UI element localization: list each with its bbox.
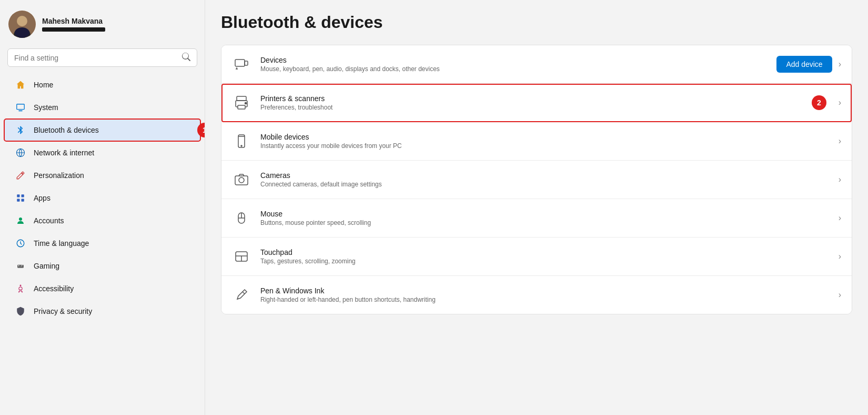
printers-icon <box>232 93 251 112</box>
setting-action-touchpad: › <box>839 252 841 261</box>
setting-title-pen: Pen & Windows Ink <box>260 286 829 295</box>
setting-action-devices: Add device › <box>776 56 841 73</box>
setting-title-touchpad: Touchpad <box>260 248 829 256</box>
sidebar-item-gaming[interactable]: Gaming <box>4 255 200 277</box>
sidebar-item-label-bluetooth: Bluetooth & devices <box>34 126 99 134</box>
sidebar-item-home[interactable]: Home <box>4 74 200 96</box>
setting-desc-mobile: Instantly access your mobile devices fro… <box>260 142 829 150</box>
nav-item-wrapper-gaming: Gaming <box>0 255 205 277</box>
setting-item-pen[interactable]: Pen & Windows Ink Right-handed or left-h… <box>221 276 852 314</box>
svg-point-26 <box>239 177 244 183</box>
sidebar-item-network[interactable]: Network & internet <box>4 142 200 164</box>
chevron-icon-pen: › <box>839 290 841 300</box>
svg-rect-7 <box>17 194 19 197</box>
svg-rect-15 <box>245 61 248 65</box>
setting-item-mobile[interactable]: Mobile devices Instantly access your mob… <box>221 122 852 161</box>
setting-item-mouse[interactable]: Mouse Buttons, mouse pointer speed, scro… <box>221 199 852 238</box>
search-box[interactable] <box>7 48 197 67</box>
main-content: Bluetooth & devices Devices Mouse, keybo… <box>205 0 868 415</box>
nav-item-wrapper-time: Time & language <box>0 232 205 254</box>
settings-list: Devices Mouse, keyboard, pen, audio, dis… <box>221 45 852 314</box>
setting-desc-cameras: Connected cameras, default image setting… <box>260 181 829 188</box>
avatar <box>8 11 36 38</box>
setting-text-printers: Printers & scanners Preferences, trouble… <box>260 94 808 111</box>
sidebar-item-apps[interactable]: Apps <box>4 187 200 209</box>
sidebar-item-system[interactable]: System <box>4 96 200 118</box>
chevron-icon-touchpad: › <box>839 252 841 261</box>
nav-item-wrapper-privacy: Privacy & security <box>0 300 205 322</box>
profile-bar <box>42 27 105 32</box>
home-icon <box>15 79 26 91</box>
nav-item-wrapper-accessibility: Accessibility <box>0 278 205 300</box>
setting-title-mouse: Mouse <box>260 210 829 218</box>
svg-rect-20 <box>238 105 245 109</box>
privacy-icon <box>15 305 26 317</box>
setting-title-mobile: Mobile devices <box>260 133 829 141</box>
setting-item-touchpad[interactable]: Touchpad Taps, gestures, scrolling, zoom… <box>221 238 852 276</box>
sidebar-item-label-accessibility: Accessibility <box>34 284 74 293</box>
setting-item-printers[interactable]: Printers & scanners Preferences, trouble… <box>221 84 852 122</box>
setting-title-devices: Devices <box>260 56 767 64</box>
sidebar-item-personalization[interactable]: Personalization <box>4 164 200 186</box>
sidebar-item-label-system: System <box>34 103 58 112</box>
svg-rect-10 <box>22 199 24 202</box>
svg-rect-5 <box>18 110 22 111</box>
nav-item-wrapper-accounts: Accounts <box>0 210 205 232</box>
chevron-icon-mouse: › <box>839 213 841 223</box>
mouse-icon <box>232 209 251 228</box>
setting-title-printers: Printers & scanners <box>260 94 808 103</box>
nav-item-wrapper-home: Home <box>0 74 205 96</box>
setting-desc-devices: Mouse, keyboard, pen, audio, displays an… <box>260 65 767 73</box>
search-input[interactable] <box>14 54 178 62</box>
sidebar-item-label-gaming: Gaming <box>34 262 59 270</box>
accessibility-icon <box>15 283 26 294</box>
sidebar-item-label-time: Time & language <box>34 239 89 248</box>
sidebar-item-time[interactable]: Time & language <box>4 232 200 254</box>
setting-action-mouse: › <box>839 213 841 223</box>
sidebar-item-label-apps: Apps <box>34 194 51 202</box>
chevron-icon-devices: › <box>839 60 841 69</box>
pen-icon <box>232 285 251 304</box>
system-icon <box>15 102 26 113</box>
bluetooth-icon <box>15 124 26 136</box>
setting-item-cameras[interactable]: Cameras Connected cameras, default image… <box>221 161 852 199</box>
sidebar-item-bluetooth[interactable]: Bluetooth & devices <box>4 119 200 141</box>
nav-item-wrapper-network: Network & internet <box>0 142 205 164</box>
setting-desc-touchpad: Taps, gestures, scrolling, zooming <box>260 258 829 265</box>
setting-desc-pen: Right-handed or left-handed, pen button … <box>260 296 829 303</box>
sidebar-item-accessibility[interactable]: Accessibility <box>4 278 200 300</box>
sidebar-item-label-privacy: Privacy & security <box>34 307 92 315</box>
setting-text-touchpad: Touchpad Taps, gestures, scrolling, zoom… <box>260 248 829 265</box>
network-icon <box>15 147 26 159</box>
setting-item-devices[interactable]: Devices Mouse, keyboard, pen, audio, dis… <box>221 45 852 84</box>
svg-rect-8 <box>22 194 24 197</box>
devices-icon <box>232 55 251 74</box>
svg-rect-14 <box>235 60 245 66</box>
svg-point-21 <box>245 103 247 104</box>
svg-point-1 <box>17 16 27 26</box>
profile-section: Mahesh Makvana <box>0 0 205 46</box>
setting-desc-mouse: Buttons, mouse pointer speed, scrolling <box>260 219 829 226</box>
apps-icon <box>15 192 26 204</box>
sidebar-item-label-network: Network & internet <box>34 149 94 157</box>
svg-point-3 <box>15 27 29 38</box>
sidebar-item-label-home: Home <box>34 81 53 89</box>
chevron-icon-mobile: › <box>839 136 841 146</box>
sidebar: Mahesh Makvana Home <box>0 0 205 415</box>
sidebar-item-privacy[interactable]: Privacy & security <box>4 300 200 322</box>
chevron-icon-cameras: › <box>839 175 841 184</box>
setting-action-printers: 2 › <box>817 98 841 107</box>
setting-action-mobile: › <box>839 136 841 146</box>
svg-point-11 <box>19 218 22 221</box>
sidebar-item-accounts[interactable]: Accounts <box>4 210 200 232</box>
chevron-icon-printers: › <box>839 98 841 107</box>
svg-point-13 <box>20 285 22 286</box>
add-device-button[interactable]: Add device <box>776 56 832 73</box>
svg-rect-4 <box>17 104 24 110</box>
nav-list: Home System Blu <box>0 73 205 323</box>
sidebar-item-label-personalization: Personalization <box>34 171 84 180</box>
setting-text-mobile: Mobile devices Instantly access your mob… <box>260 133 829 150</box>
setting-desc-printers: Preferences, troubleshoot <box>260 104 808 111</box>
nav-item-wrapper-bluetooth: Bluetooth & devices 1 <box>0 119 205 141</box>
profile-name: Mahesh Makvana <box>42 17 105 25</box>
